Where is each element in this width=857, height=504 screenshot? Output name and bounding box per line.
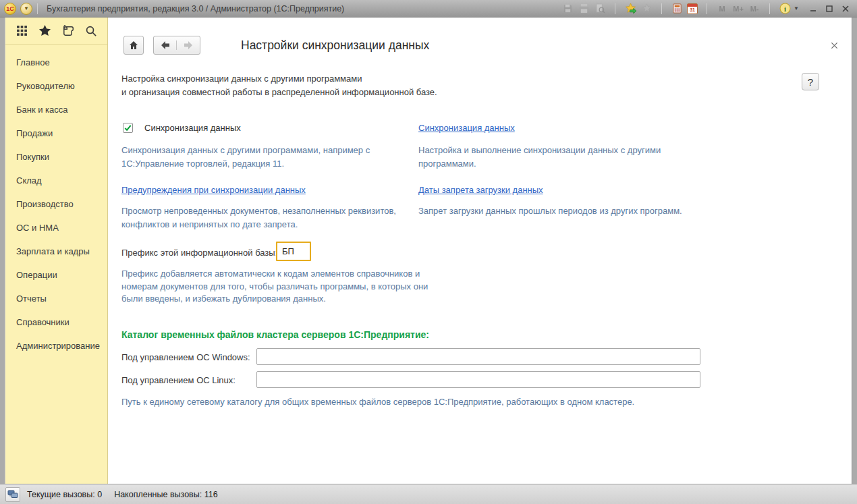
sidebar-item-rukovoditelyu[interactable]: Руководителю xyxy=(5,74,107,98)
sync-data-link[interactable]: Синхронизация данных xyxy=(418,123,515,133)
sync-warnings-note: Просмотр непроведенных документов, незап… xyxy=(121,204,432,231)
memory-recall-icon[interactable]: M xyxy=(716,3,728,15)
sidebar-item-zarplata-i-kadry[interactable]: Зарплата и кадры xyxy=(5,240,107,263)
sync-checkbox-label[interactable]: Синхронизация данных xyxy=(144,123,241,133)
sync-checkbox[interactable] xyxy=(123,123,133,133)
sidebar-item-otchety[interactable]: Отчеты xyxy=(5,287,107,310)
accumulated-calls-status: Накопленные вызовы: 116 xyxy=(114,490,217,499)
memory-subtract-label: M- xyxy=(750,5,759,13)
maximize-button[interactable] xyxy=(825,4,834,13)
svg-text:i: i xyxy=(784,5,786,13)
titlebar-separator xyxy=(769,3,770,14)
sidebar-item-spravochniki[interactable]: Справочники xyxy=(5,310,107,334)
memory-add-icon[interactable]: M+ xyxy=(732,3,744,15)
main-content: Настройки синхронизации данных Настройка… xyxy=(108,18,852,484)
sidebar-item-administrirovanie[interactable]: Администрирование xyxy=(5,334,107,358)
sync-checkbox-note: Синхронизация данных с другими программа… xyxy=(121,144,425,171)
titlebar-separator xyxy=(37,3,38,14)
calendar-day-label: 31 xyxy=(690,7,695,13)
info-icon[interactable]: i xyxy=(779,3,791,15)
minimize-button[interactable] xyxy=(808,4,818,13)
windows-path-label: Под управлением ОС Windows: xyxy=(121,352,250,362)
back-button[interactable] xyxy=(154,40,177,50)
infobase-prefix-note: Префикс добавляется автоматически к кода… xyxy=(121,268,432,306)
linux-path-label: Под управлением ОС Linux: xyxy=(121,375,236,385)
titlebar: 1С ▼ Бухгалтерия предприятия, редакция 3… xyxy=(0,0,857,18)
sidebar-items: Главное Руководителю Банк и касса Продаж… xyxy=(5,45,107,358)
memory-add-label: M+ xyxy=(733,5,744,13)
favorites-icon[interactable] xyxy=(640,3,653,15)
1c-logo-icon: 1С xyxy=(4,3,16,15)
sync-warnings-link[interactable]: Предупреждения при синхронизации данных xyxy=(121,185,306,195)
calculator-icon[interactable] xyxy=(671,3,683,15)
checkmark-icon xyxy=(123,123,132,132)
calendar-icon[interactable]: 31 xyxy=(687,3,698,14)
page-title: Настройки синхронизации данных xyxy=(241,38,429,53)
page-description: Настройка синхронизации данных с другими… xyxy=(121,72,437,99)
infobase-prefix-input[interactable] xyxy=(276,242,311,261)
app-window: 1С ▼ Бухгалтерия предприятия, редакция 3… xyxy=(0,0,857,504)
print-preview-icon[interactable] xyxy=(594,3,606,15)
window-frame-right xyxy=(852,18,857,484)
home-button[interactable] xyxy=(123,36,144,55)
page-description-line2: и организация совместной работы в распре… xyxy=(121,86,437,99)
linux-path-input[interactable] xyxy=(256,371,700,388)
sync-checkbox-row: Синхронизация данных xyxy=(123,123,241,133)
forward-button[interactable] xyxy=(177,40,200,50)
sidebar-item-operacii[interactable]: Операции xyxy=(5,263,107,287)
titlebar-separator xyxy=(661,3,662,14)
statusbar: Текущие вызовы: 0 Накопленные вызовы: 11… xyxy=(0,484,857,504)
sidebar-item-bank-i-kassa[interactable]: Банк и касса xyxy=(5,98,107,121)
add-to-favorites-icon[interactable] xyxy=(624,3,636,15)
sidebar-item-proizvodstvo[interactable]: Производство xyxy=(5,192,107,216)
info-dropdown-caret-icon[interactable]: ▼ xyxy=(794,5,799,11)
current-calls-status: Текущие вызовы: 0 xyxy=(27,490,102,499)
window-frame-left xyxy=(0,18,5,484)
nav-history-group xyxy=(153,36,200,55)
close-window-button[interactable] xyxy=(841,4,850,13)
titlebar-separator xyxy=(707,3,707,14)
cluster-temp-files-note: Путь к единому сетевому каталогу для общ… xyxy=(121,397,796,407)
memory-recall-label: M xyxy=(719,5,725,13)
print-icon[interactable] xyxy=(578,3,590,15)
server-calls-icon[interactable] xyxy=(5,487,20,502)
page-description-line1: Настройка синхронизации данных с другими… xyxy=(121,72,437,86)
main-menu-dropdown-button[interactable]: ▼ xyxy=(20,3,32,15)
sections-menu-icon[interactable] xyxy=(15,24,28,38)
sidebar-item-glavnoe[interactable]: Главное xyxy=(5,51,107,74)
help-button[interactable]: ? xyxy=(802,73,819,90)
sidebar-item-os-i-nma[interactable]: ОС и НМА xyxy=(5,216,107,240)
titlebar-toolbar: 31 M M+ M- i ▼ xyxy=(561,3,799,15)
save-icon[interactable] xyxy=(561,3,574,15)
sidebar-item-prodazhi[interactable]: Продажи xyxy=(5,121,107,145)
sync-data-link-note: Настройка и выполнение синхронизации дан… xyxy=(418,144,688,171)
sections-sidebar: Главное Руководителю Банк и касса Продаж… xyxy=(5,18,108,484)
infobase-prefix-label: Префикс этой информационной базы: xyxy=(121,248,277,258)
cluster-temp-files-heading: Каталог временных файлов кластера сервер… xyxy=(121,329,429,340)
sidebar-item-pokupki[interactable]: Покупки xyxy=(5,145,107,169)
memory-subtract-icon[interactable]: M- xyxy=(748,3,761,15)
windows-path-input[interactable] xyxy=(256,348,700,365)
favorites-star-icon[interactable] xyxy=(38,24,51,38)
sidebar-toolbar xyxy=(5,18,107,45)
window-title: Бухгалтерия предприятия, редакция 3.0 / … xyxy=(47,4,561,13)
sidebar-item-sklad[interactable]: Склад xyxy=(5,169,107,192)
import-restriction-dates-note: Запрет загрузки данных прошлых периодов … xyxy=(418,204,702,218)
import-restriction-dates-link[interactable]: Даты запрета загрузки данных xyxy=(418,185,543,195)
search-icon[interactable] xyxy=(84,24,98,38)
history-icon[interactable] xyxy=(61,24,75,38)
window-controls xyxy=(808,4,850,13)
close-page-icon[interactable] xyxy=(829,40,839,51)
titlebar-separator xyxy=(615,3,615,14)
